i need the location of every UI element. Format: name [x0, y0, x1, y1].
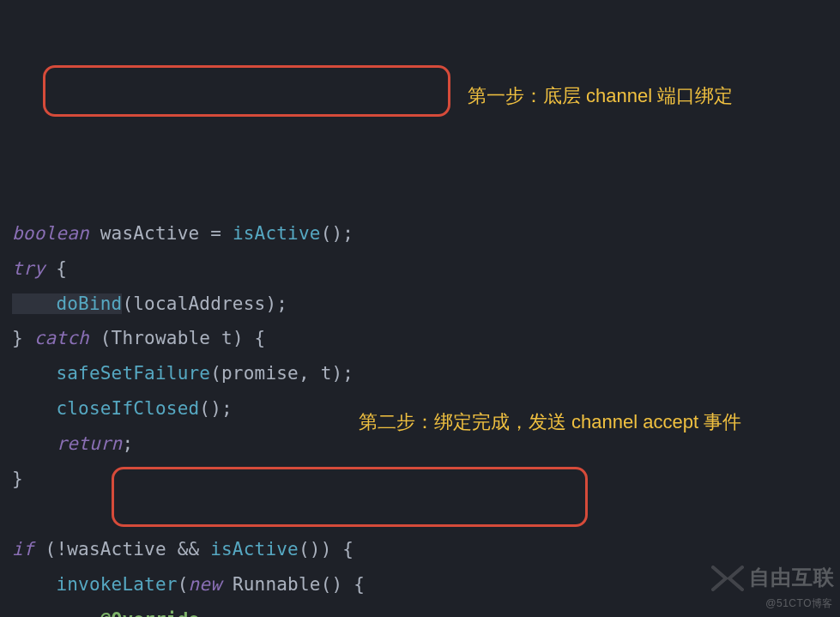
identifier: wasActive: [100, 223, 200, 244]
indent: [12, 363, 56, 384]
keyword: boolean: [12, 223, 89, 244]
annotation-step2: 第二步：绑定完成，发送 channel accept 事件: [359, 408, 839, 436]
punctuation: ): [265, 293, 276, 314]
punctuation: ;: [276, 293, 287, 314]
punctuation: (: [34, 539, 57, 560]
method-call: isActive: [210, 539, 299, 560]
space: [221, 574, 233, 595]
punctuation: (: [210, 363, 221, 384]
keyword: try: [12, 258, 45, 279]
punctuation: ) {: [233, 328, 266, 348]
annotation-step1: 第一步：底层 channel 端口绑定: [468, 82, 837, 110]
annotation-override: @Override: [100, 609, 200, 617]
punctuation: (: [122, 293, 133, 314]
method-call: isActive: [233, 223, 321, 244]
indent: [12, 293, 56, 314]
keyword: if: [12, 539, 34, 560]
punctuation: (: [178, 574, 189, 595]
punctuation: ) {: [321, 539, 354, 560]
punctuation: (: [89, 328, 112, 348]
keyword: catch: [34, 328, 89, 348]
method-call: safeSetFailure: [56, 363, 210, 384]
indent: [12, 398, 56, 419]
punctuation: }: [12, 328, 34, 348]
type: Throwable: [112, 328, 211, 348]
indent: [12, 574, 56, 595]
punctuation: (): [321, 223, 343, 244]
highlight-box-1: [43, 65, 450, 117]
punctuation: (): [299, 539, 321, 560]
punctuation: ;: [122, 433, 133, 454]
identifier: t: [210, 328, 233, 348]
punctuation: ;: [221, 398, 233, 419]
punctuation: (): [321, 574, 343, 595]
operator: =: [210, 223, 221, 244]
identifier: t: [321, 363, 332, 384]
method-call: closeIfClosed: [56, 398, 199, 419]
identifier: promise: [221, 363, 299, 384]
indent: [12, 609, 100, 617]
keyword: new: [189, 574, 222, 595]
indent: [12, 433, 56, 454]
keyword: return: [56, 433, 122, 454]
punctuation: ,: [299, 363, 321, 384]
operator: !: [56, 539, 67, 560]
operator: &&: [166, 539, 210, 560]
identifier: wasActive: [67, 539, 166, 560]
punctuation: (): [199, 398, 221, 419]
punctuation: ): [331, 363, 342, 384]
punctuation: {: [342, 574, 365, 595]
punctuation: }: [12, 469, 23, 489]
code-block: boolean wasActive = isActive(); try { do…: [12, 181, 840, 617]
method-call: doBind: [56, 293, 122, 314]
punctuation: ;: [342, 223, 354, 244]
method-call: invokeLater: [56, 574, 177, 595]
type: Runnable: [233, 574, 321, 595]
identifier: localAddress: [133, 293, 265, 314]
punctuation: ;: [342, 363, 354, 384]
punctuation: {: [45, 258, 68, 279]
